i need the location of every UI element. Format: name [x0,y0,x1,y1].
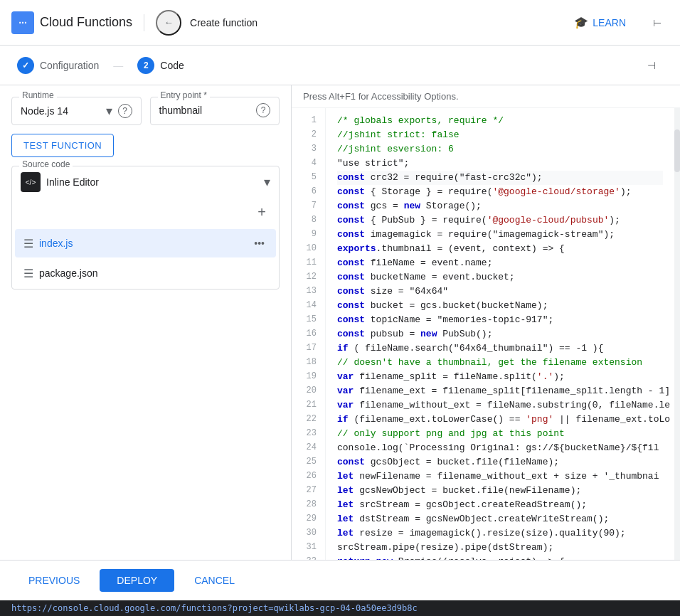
code-line-32: return new Promise((resolve, reject) => … [337,555,663,560]
runtime-field: Runtime Node.js 14 ▾ ? [11,97,142,125]
code-line-11: const fileName = event.name; [337,256,663,270]
runtime-help-icon[interactable]: ? [118,104,132,118]
collapse-right-button[interactable]: ⊣ [640,54,663,77]
code-line-30: let resize = imagemagick().resize(size).… [337,526,663,541]
runtime-row: Node.js 14 ▾ ? [21,103,132,119]
file-icon-package: ☰ [23,267,33,280]
step1-label: Configuration [40,60,99,71]
delete-file-button-package[interactable]: 🗑 [248,263,267,283]
test-function-label: TEST FUNCTION [23,140,102,151]
entry-point-label: Entry point * [158,90,210,100]
line-numbers: 1234567891011121314151617181920212223242… [292,108,326,560]
source-code-label: Source code [19,159,73,169]
code-line-7: const gcs = new Storage(); [337,199,663,213]
file-item-package-json[interactable]: ☰ package.json ✎ 🗑 [15,257,276,289]
code-line-25: const gcsObject = bucket.file(fileName); [337,455,663,469]
code-line-27: let gcsNewObject = bucket.file(newFilena… [337,484,663,498]
top-bar-left: ··· Cloud Functions ← Create function [11,10,257,36]
entry-point-row: thumbnail ? [159,103,271,117]
back-button[interactable]: ← [156,10,181,36]
code-line-13: const size = "64x64" [337,285,663,299]
right-panel: Press Alt+F1 for Accessibility Options. … [292,85,680,560]
main-content: Runtime Node.js 14 ▾ ? Entry point * thu… [0,85,680,560]
steps-bar: ✓ Configuration — 2 Code ⊣ [0,46,680,85]
top-bar: ··· Cloud Functions ← Create function 🎓 … [0,0,680,46]
source-code-value: Inline Editor [46,176,258,188]
previous-label: PREVIOUS [28,575,80,586]
collapse-icon: ⊢ [653,17,662,28]
learn-button[interactable]: 🎓 LEARN [565,10,634,35]
step2-label: Code [160,60,184,71]
collapse-panel-button[interactable]: ⊢ [646,11,669,34]
cancel-label: CANCEL [194,575,235,586]
code-line-1: /* globals exports, require */ [337,114,663,128]
runtime-dropdown-icon[interactable]: ▾ [106,103,112,119]
code-line-18: // doesn't have a thumbnail, get the fil… [337,356,663,370]
code-line-2: //jshint strict: false [337,128,663,142]
code-line-3: //jshint esversion: 6 [337,142,663,156]
steps-left: ✓ Configuration — 2 Code [17,57,184,74]
back-icon: ← [164,17,173,28]
code-line-4: "use strict"; [337,156,663,171]
code-line-21: var filename_without_ext = fileName.subs… [337,398,663,413]
page-title: Create function [190,17,257,28]
inline-editor-icon: </> [26,179,36,186]
source-code-section: Source code </> Inline Editor ▾ + ☰ inde [11,166,280,290]
source-code-row: </> Inline Editor ▾ [21,172,270,192]
file-icon-index: ☰ [23,237,33,250]
code-editor[interactable]: 1234567891011121314151617181920212223242… [292,108,680,560]
left-panel: Runtime Node.js 14 ▾ ? Entry point * thu… [0,85,292,560]
file-options-button-index[interactable]: ••• [251,235,267,252]
file-item-index-js[interactable]: ☰ index.js ••• [15,229,276,257]
code-line-24: console.log(`Processing Original: gs://$… [337,441,663,455]
code-line-6: const { Storage } = require('@google-clo… [337,185,663,199]
test-function-button[interactable]: TEST FUNCTION [11,134,114,157]
cancel-button[interactable]: CANCEL [183,569,246,592]
file-name-index-js: index.js [39,238,245,249]
accessibility-bar: Press Alt+F1 for Accessibility Options. [292,85,680,108]
code-line-8: const { PubSub } = require('@google-clou… [337,213,663,228]
code-line-23: // only support png and jpg at this poin… [337,427,663,441]
previous-button[interactable]: PREVIOUS [17,569,91,592]
logo-dots: ··· [18,17,27,28]
source-dropdown-icon[interactable]: ▾ [264,174,270,190]
deploy-button[interactable]: DEPLOY [100,569,174,592]
code-line-22: if (filename_ext.toLowerCase() == 'png' … [337,413,663,427]
code-line-19: var filename_split = fileName.split('.')… [337,370,663,384]
entry-help-icon[interactable]: ? [256,103,270,117]
step-configuration: ✓ Configuration [17,57,99,74]
code-line-5: const crc32 = require("fast-crc32c"); [337,171,663,185]
learn-icon: 🎓 [574,16,588,29]
add-file-row: + [12,198,279,229]
divider [144,14,144,31]
code-line-29: let dstStream = gcsNewObject.createWrite… [337,512,663,526]
add-icon: + [257,204,266,221]
help-text: ? [122,106,127,116]
code-line-15: const topicName = "memories-topic-917"; [337,313,663,327]
step-dash: — [113,60,123,71]
status-url: https://console.cloud.google.com/functio… [11,603,418,613]
add-file-button[interactable]: + [250,201,273,223]
top-bar-right: 🎓 LEARN ⊢ [565,10,669,35]
code-line-31: srcStream.pipe(resize).pipe(dstStream); [337,541,663,555]
entry-point-field: Entry point * thumbnail ? [150,97,280,125]
app-name: Cloud Functions [40,15,132,30]
source-code-icon: </> [21,172,41,192]
step2-circle: 2 [137,57,154,74]
code-line-9: const imagemagick = require("imagemagick… [337,228,663,242]
step1-circle: ✓ [17,57,34,74]
accessibility-text: Press Alt+F1 for Accessibility Options. [303,91,459,102]
code-line-26: let newFilename = filename_without_ext +… [337,469,663,484]
edit-file-button-package[interactable]: ✎ [225,263,245,283]
code-line-14: const bucket = gcs.bucket(bucketName); [337,299,663,313]
code-content[interactable]: /* globals exports, require *///jshint s… [326,108,674,560]
collapse-right-icon: ⊣ [647,60,656,71]
deploy-label: DEPLOY [117,575,157,586]
scrollbar-thumb[interactable] [674,129,680,172]
status-bar: https://console.cloud.google.com/functio… [0,600,680,616]
source-code-header: Source code </> Inline Editor ▾ [12,166,279,198]
runtime-label: Runtime [19,90,57,100]
entry-point-value: thumbnail [159,105,251,116]
code-line-16: const pubsub = new PubSub(); [337,327,663,341]
scrollbar[interactable] [674,108,680,560]
